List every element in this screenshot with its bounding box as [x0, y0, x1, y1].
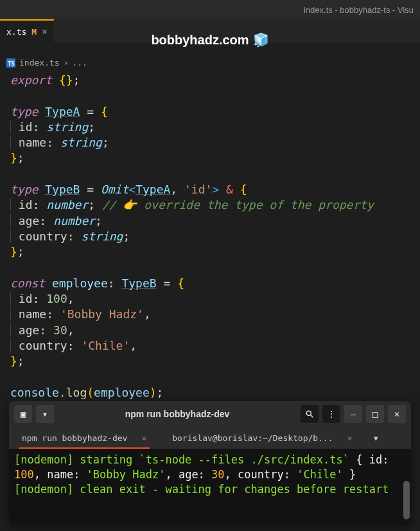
terminal-tab-bar: npm run bobbyhadz-dev × borislav@borisla…: [9, 427, 411, 449]
terminal-window: ▣ ▾ npm run bobbyhadz-dev ⋮ – □ × npm ru…: [9, 401, 411, 526]
breadcrumb-separator: ›: [64, 58, 69, 68]
search-icon[interactable]: [301, 405, 319, 423]
svg-line-1: [311, 415, 313, 418]
scrollbar[interactable]: [403, 481, 410, 519]
terminal-output[interactable]: [nodemon] starting `ts-node --files ./sr…: [9, 449, 411, 526]
breadcrumb[interactable]: TS index.ts › ...: [0, 55, 420, 70]
chevron-down-icon[interactable]: ▾: [365, 432, 387, 444]
cube-icon: 🧊: [253, 32, 269, 48]
site-url: bobbyhadz.com 🧊: [151, 32, 268, 48]
terminal-titlebar: ▣ ▾ npm run bobbyhadz-dev ⋮ – □ ×: [9, 401, 411, 427]
close-icon[interactable]: ×: [141, 433, 146, 443]
tab-modified-indicator: M: [31, 27, 37, 37]
terminal-tab-2[interactable]: borislav@borislav:~/Desktop/b... ×: [159, 427, 365, 449]
close-icon[interactable]: ×: [42, 26, 47, 37]
window-title: index.ts - bobbyhadz-ts - Visu: [304, 5, 414, 15]
svg-point-0: [306, 411, 311, 415]
terminal-title: npm run bobbyhadz-dev: [58, 409, 297, 419]
editor-tab[interactable]: x.ts M ×: [0, 19, 54, 42]
tab-file-name: x.ts: [6, 27, 26, 37]
menu-icon[interactable]: ⋮: [322, 405, 340, 423]
typescript-icon: TS: [6, 59, 15, 68]
terminal-tab-1[interactable]: npm run bobbyhadz-dev ×: [9, 427, 159, 449]
breadcrumb-file: index.ts: [19, 58, 60, 68]
close-icon[interactable]: ×: [388, 405, 406, 423]
window-title-bar: index.ts - bobbyhadz-ts - Visu: [0, 0, 420, 19]
breadcrumb-more: ...: [72, 58, 87, 68]
dropdown-button[interactable]: ▾: [36, 405, 54, 423]
new-tab-button[interactable]: ▣: [14, 405, 32, 423]
minimize-icon[interactable]: –: [344, 405, 362, 423]
maximize-icon[interactable]: □: [366, 405, 384, 423]
code-editor[interactable]: export {}; type TypeA = { id: string; na…: [0, 70, 420, 403]
close-icon[interactable]: ×: [347, 433, 353, 443]
